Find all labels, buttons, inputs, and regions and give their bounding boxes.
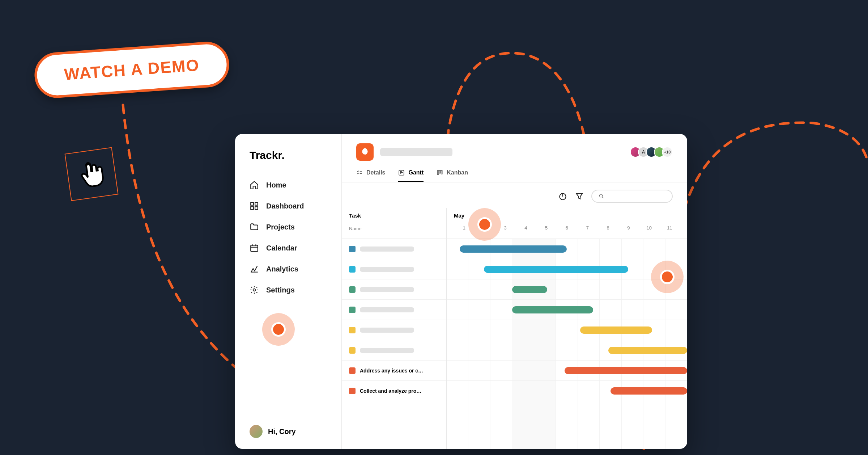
user-greeting: Hi, Cory — [268, 427, 296, 436]
task-row[interactable] — [342, 239, 446, 259]
svg-rect-7 — [438, 170, 439, 175]
rocket-icon — [360, 147, 370, 157]
timeline-row — [447, 340, 687, 361]
task-label-placeholder — [360, 247, 414, 252]
path-highlight-dot — [651, 261, 684, 293]
task-label-placeholder — [360, 328, 414, 333]
sidebar-item-label: Calendar — [266, 244, 297, 252]
tab-gantt[interactable]: Gantt — [398, 169, 424, 182]
svg-rect-3 — [255, 207, 258, 210]
watch-demo-button[interactable]: WATCH A DEMO — [33, 40, 230, 99]
sidebar-item-label: Analytics — [266, 265, 298, 273]
timeline-row — [447, 300, 687, 320]
timeline: May 1234567891011 — [447, 208, 687, 449]
task-row[interactable]: Collect and analyze pro… — [342, 381, 446, 401]
svg-rect-1 — [255, 202, 258, 205]
timeline-row — [447, 279, 687, 300]
task-label-placeholder — [360, 267, 414, 272]
checklist-icon — [356, 169, 363, 176]
search-icon — [599, 193, 604, 199]
task-row[interactable] — [342, 320, 446, 340]
tab-details[interactable]: Details — [356, 169, 385, 182]
svg-rect-9 — [441, 170, 442, 174]
svg-rect-2 — [251, 207, 254, 210]
gantt-bar[interactable] — [610, 387, 687, 395]
timeline-row — [447, 361, 687, 381]
sidebar: Trackr. Home Dashboard Projects Calendar… — [235, 134, 342, 449]
tab-kanban[interactable]: Kanban — [437, 169, 468, 182]
gantt-bar[interactable] — [608, 347, 687, 354]
task-label-placeholder — [360, 307, 414, 312]
svg-rect-4 — [251, 245, 258, 251]
task-label: Collect and analyze pro… — [360, 388, 421, 394]
timeline-day: 6 — [557, 225, 577, 231]
search-input[interactable] — [591, 190, 673, 203]
cursor-decoration — [64, 147, 118, 201]
sidebar-item-analytics[interactable]: Analytics — [235, 258, 341, 279]
home-icon — [250, 180, 259, 190]
sidebar-nav: Home Dashboard Projects Calendar Analyti… — [235, 174, 341, 425]
gantt-bar[interactable] — [565, 367, 687, 374]
app-window: Trackr. Home Dashboard Projects Calendar… — [235, 134, 687, 449]
sidebar-item-settings[interactable]: Settings — [235, 279, 341, 300]
timeline-day: 8 — [598, 225, 618, 231]
power-icon — [558, 191, 567, 201]
kanban-icon — [437, 169, 443, 176]
user-profile[interactable]: Hi, Cory — [235, 425, 341, 438]
timeline-row — [447, 381, 687, 401]
task-column: Task Name Address any issues or c…Collec… — [342, 208, 447, 449]
sidebar-item-calendar[interactable]: Calendar — [235, 237, 341, 258]
folder-icon — [250, 222, 259, 232]
sidebar-item-projects[interactable]: Projects — [235, 216, 341, 237]
view-tabs: Details Gantt Kanban — [342, 163, 687, 182]
task-row[interactable] — [342, 300, 446, 320]
timeline-day: 11 — [659, 225, 680, 231]
task-color-dot — [349, 367, 356, 374]
task-column-header: Task Name — [342, 208, 446, 239]
hand-cursor-icon — [73, 156, 110, 193]
path-highlight-dot — [262, 313, 295, 346]
task-row[interactable] — [342, 340, 446, 361]
filter-icon — [575, 191, 584, 201]
gantt-bar[interactable] — [460, 245, 567, 253]
chart-icon — [250, 264, 259, 274]
task-row[interactable] — [342, 259, 446, 279]
task-row[interactable]: Address any issues or c… — [342, 361, 446, 381]
power-button[interactable] — [558, 191, 567, 201]
timeline-day: 7 — [577, 225, 598, 231]
gantt-bar[interactable] — [580, 326, 652, 334]
tab-label: Details — [366, 169, 385, 176]
sidebar-item-dashboard[interactable]: Dashboard — [235, 195, 341, 216]
gantt-bar[interactable] — [512, 306, 593, 313]
timeline-day: 5 — [536, 225, 557, 231]
sidebar-item-label: Dashboard — [266, 202, 304, 210]
gantt-chart: Task Name Address any issues or c…Collec… — [342, 208, 687, 449]
task-color-dot — [349, 286, 356, 293]
gantt-bar[interactable] — [484, 266, 628, 273]
task-color-dot — [349, 347, 356, 354]
calendar-icon — [250, 243, 259, 253]
task-color-dot — [349, 327, 356, 333]
svg-rect-0 — [251, 202, 254, 205]
gantt-icon — [398, 169, 405, 176]
sidebar-item-label: Home — [266, 181, 286, 189]
sidebar-item-home[interactable]: Home — [235, 174, 341, 195]
gantt-bar[interactable] — [512, 286, 547, 293]
gantt-toolbar — [342, 182, 687, 208]
project-header: A +10 — [342, 134, 687, 163]
member-avatars[interactable]: A +10 — [633, 147, 673, 157]
filter-button[interactable] — [575, 191, 584, 201]
timeline-row — [447, 239, 687, 259]
sidebar-item-label: Projects — [266, 223, 295, 231]
user-avatar — [250, 425, 263, 438]
project-icon — [356, 143, 374, 161]
task-color-dot — [349, 388, 356, 394]
project-title-placeholder — [380, 148, 452, 156]
task-label-placeholder — [360, 348, 414, 353]
svg-point-11 — [600, 194, 603, 197]
timeline-row — [447, 320, 687, 340]
path-highlight-dot — [468, 208, 501, 241]
task-row[interactable] — [342, 279, 446, 300]
task-color-dot — [349, 266, 356, 273]
svg-rect-8 — [439, 170, 441, 173]
